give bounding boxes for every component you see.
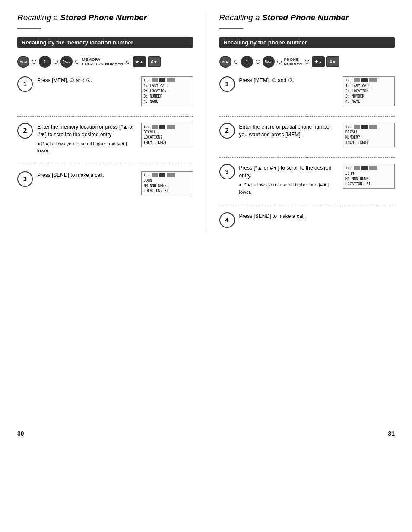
left-step-1-main: 1 Press [MEM], ① and ②.	[17, 76, 137, 92]
step-1-right-text: Press [MEM], ① and ③.	[239, 77, 294, 83]
step-1-left-text: Press [MEM], ① and ②.	[37, 76, 137, 84]
radio-right-4	[305, 60, 309, 64]
display-line-1r-4: 4: NAME	[345, 99, 392, 104]
right-step-1: 1 Press [MEM], ① and ③. Tᵢₗₗ 1: LAST CAL…	[219, 76, 395, 106]
info-icon-3r	[361, 166, 368, 170]
step-1-right-content: Press [MEM], ① and ③.	[239, 76, 339, 84]
step-2-right-text: Enter the entire or partial phone number…	[239, 124, 331, 138]
display-line-2l-1: RECALL	[144, 130, 190, 135]
info-icon-2r	[361, 125, 368, 129]
star-hash-left[interactable]: ★▲	[133, 56, 146, 67]
envelope-icon-3l	[152, 173, 158, 177]
info-icon-1l	[159, 78, 165, 82]
radio-left-4	[126, 60, 130, 64]
step-number-3-left: 3	[17, 171, 33, 187]
divider-1r	[219, 116, 395, 117]
step-2-right-content: Enter the entire or partial phone number…	[239, 123, 339, 139]
display-line-3l-4: LOCATION: 81	[144, 189, 190, 194]
num1-button-left[interactable]: 1	[39, 56, 51, 68]
display-line-3r-3: NN-NNN-NNNN	[345, 176, 392, 182]
column-divider	[206, 13, 206, 232]
radio-right-1	[234, 60, 238, 64]
bar-icon-2r	[369, 125, 377, 129]
step-1-left-label: Press [MEM], ① and ②.	[37, 77, 92, 83]
bar-icon-2l	[167, 125, 175, 129]
info-icon-3l	[159, 173, 165, 177]
page-number-left-value: 30	[17, 430, 24, 437]
display-icons-1-left: Tᵢₗₗ	[144, 78, 190, 83]
display-line-2r-3: [MEM] [END]	[345, 140, 392, 145]
display-icons-2-left: Tᵢₗₗ	[144, 125, 190, 129]
step-3-left-display: Tᵢₗₗ JOHN NN-NNN-NNNN LOCATION: 81	[141, 171, 193, 196]
step-number-2-right: 2	[219, 123, 235, 139]
step-3-left-content: Press [SEND] to make a call.	[37, 171, 137, 179]
right-step-2-main: 2 Enter the entire or partial phone numb…	[219, 123, 339, 139]
divider-1l	[17, 116, 193, 117]
divider-2l	[17, 165, 193, 165]
right-highlight-bar: Recalling by the phone number	[219, 37, 395, 48]
step-1-right-display: Tᵢₗₗ 1: LAST CALL 2: LOCATION 3: NUMBER …	[343, 76, 395, 106]
step-3-right-bullet: ● [*▲] allows you to scroll higher and […	[239, 181, 339, 195]
step-4-right-text: Press [SEND] to make a call.	[239, 213, 306, 219]
right-step-2: 2 Enter the entire or partial phone numb…	[219, 123, 395, 148]
step-2-left-display: Tᵢₗₗ RECALL LOCATION? [MEM] [END]	[141, 123, 193, 148]
display-icons-3-left: Tᵢₗₗ	[144, 173, 190, 178]
step-2-left-bullet: ● [*▲] allows you to scroll higher and […	[37, 140, 137, 154]
left-step-3-side: Tᵢₗₗ JOHN NN-NNN-NNNN LOCATION: 81	[141, 171, 193, 196]
right-step-2-side: Tᵢₗₗ RECALL NUMBER? [MEM] [END]	[343, 123, 395, 148]
mem-button-left[interactable]: MEM	[17, 56, 29, 68]
right-title-bold: Stored Phone Number	[262, 13, 349, 22]
display-line-3l-1: JOHN	[144, 178, 190, 183]
arrow-left[interactable]: #▼	[148, 56, 161, 67]
page-number-right-value: 31	[388, 430, 395, 437]
display-line-1r-1: 1: LAST CALL	[345, 84, 392, 89]
right-step-3-side: Tᵢₗₗ JOHN NN-NNN-NNNN LOCATION: 81	[343, 164, 395, 189]
step-number-1-left: 1	[17, 76, 33, 92]
left-title: Recalling a Stored Phone Number	[17, 13, 193, 22]
right-button-row: MEM 1 5DEF PHONENUMBER ★▲ #▼	[219, 56, 395, 68]
right-step-3-main: 3 Press [*▲ or #▼] to scroll to the desi…	[219, 164, 339, 195]
step-3-right-content: Press [*▲ or #▼] to scroll to the desire…	[239, 164, 339, 195]
display-line-3r-4: LOCATION: 81	[345, 182, 392, 187]
display-line-1l-3: 3: NUMBER	[144, 94, 190, 99]
right-title-underline	[219, 28, 243, 29]
left-step-3-main: 3 Press [SEND] to make a call.	[17, 171, 137, 187]
radio-right-3	[277, 60, 282, 64]
display-line-1l-4: 4: NAME	[144, 99, 190, 104]
envelope-icon-1r	[354, 78, 360, 82]
step-3-right-text: Press [*▲ or #▼] to scroll to the desire…	[239, 165, 332, 179]
right-step-1-side: Tᵢₗₗ 1: LAST CALL 2: LOCATION 3: NUMBER …	[343, 76, 395, 106]
right-title: Recalling a Stored Phone Number	[219, 13, 395, 22]
left-step-3: 3 Press [SEND] to make a call. Tᵢₗₗ JOHN	[17, 171, 193, 196]
right-step-1-main: 1 Press [MEM], ① and ③.	[219, 76, 339, 92]
info-icon-2l	[159, 125, 165, 129]
display-line-3r-1: JOHN	[345, 171, 392, 176]
step-number-3-right: 3	[219, 164, 235, 179]
step-number-1-right: 1	[219, 76, 235, 92]
left-step-1: 1 Press [MEM], ① and ②. Tᵢₗₗ 1: LAST CAL…	[17, 76, 193, 106]
star-hash-right[interactable]: ★▲	[312, 56, 325, 67]
display-line-3l-3: NN-NNN-NNNN	[144, 183, 190, 189]
step-2-right-display: Tᵢₗₗ RECALL NUMBER? [MEM] [END]	[343, 123, 395, 148]
right-title-prefix: Recalling a	[219, 13, 262, 22]
num5-button-right[interactable]: 5DEF	[263, 56, 275, 68]
bar-icon-3r	[369, 166, 377, 170]
mem-button-right[interactable]: MEM	[219, 56, 231, 68]
display-icons-2-right: Tᵢₗₗ	[345, 125, 392, 129]
step-4-right-content: Press [SEND] to make a call.	[239, 212, 395, 220]
right-column: Recalling a Stored Phone Number Recallin…	[219, 13, 395, 232]
num1-button-right[interactable]: 1	[241, 56, 253, 68]
radio-right-2	[256, 60, 260, 64]
divider-2r	[219, 157, 395, 158]
left-step-2-side: Tᵢₗₗ RECALL LOCATION? [MEM] [END]	[141, 123, 193, 148]
step-number-2-left: 2	[17, 123, 33, 139]
left-step-2-main: 2 Enter the memory location or press [*▲…	[17, 123, 137, 154]
info-icon-1r	[361, 78, 368, 82]
arrow-right[interactable]: #▼	[326, 56, 339, 67]
num2-button-left[interactable]: 2ABC	[60, 56, 73, 68]
right-step-4: 4 Press [SEND] to make a call.	[219, 212, 395, 228]
left-title-bold: Stored Phone Number	[60, 13, 147, 22]
display-line-1l-1: 1: LAST CALL	[144, 84, 190, 89]
bar-icon-1l	[167, 78, 175, 82]
bar-icon-3l	[167, 173, 175, 177]
